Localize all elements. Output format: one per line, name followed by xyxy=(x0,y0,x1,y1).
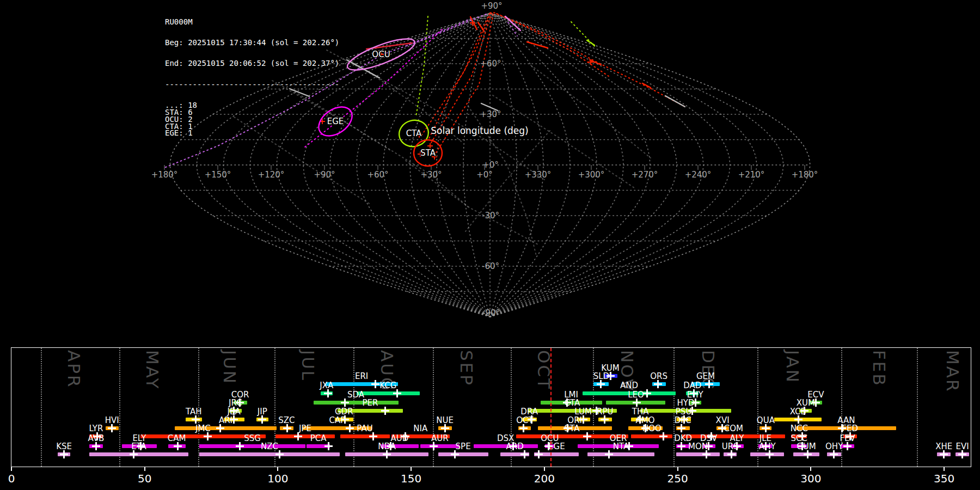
x-tick-100 xyxy=(277,467,278,471)
activity-bar-NZC xyxy=(199,452,340,456)
meteor-segment xyxy=(290,89,309,96)
month-label-MAR: MAR xyxy=(943,350,963,393)
activity-label-PAU: PAU xyxy=(343,424,387,433)
ra-axis-label: +210° xyxy=(738,170,765,180)
peak-marker-PAU xyxy=(369,432,377,440)
ra-axis-label: +270° xyxy=(632,170,658,180)
meteor-trail-dotted xyxy=(493,95,634,188)
north-pole-label: +90° xyxy=(481,1,502,11)
peak-marker-ETA xyxy=(130,450,138,458)
ra-axis-label: +240° xyxy=(685,170,712,180)
shower-ellipse-label-OCU: OCU xyxy=(372,50,390,59)
ra-axis-label: +180° xyxy=(151,170,178,180)
ra-axis-label: +120° xyxy=(258,170,285,180)
peak-marker-NZC xyxy=(275,450,284,458)
peak-marker-GUM xyxy=(804,450,812,458)
peak-marker-AUR xyxy=(430,442,438,450)
meteor-segment xyxy=(527,42,548,48)
month-label-FEB: FEB xyxy=(869,350,889,387)
x-tick-label-50: 50 xyxy=(128,472,161,485)
month-label-APR: APR xyxy=(64,350,84,388)
activity-label-ETA: ETA xyxy=(117,442,161,451)
shower-ellipse-label-EGE: EGE xyxy=(327,117,344,126)
peak-marker-ARD xyxy=(520,450,529,458)
ra-axis-label: +150° xyxy=(205,170,231,180)
ra-axis-label: +330° xyxy=(525,170,552,180)
peak-marker-PCA xyxy=(324,442,333,450)
x-tick-label-250: 250 xyxy=(661,472,694,485)
peak-marker-JMC xyxy=(204,432,212,440)
meteor-segment xyxy=(505,16,520,30)
peak-marker-OHY xyxy=(830,450,838,458)
month-label-JUN: JUN xyxy=(220,350,240,385)
activity-label-COM: COM xyxy=(712,424,755,433)
ra-axis-label: +0° xyxy=(476,170,493,180)
month-divider-APR xyxy=(41,348,42,467)
peak-marker-STA xyxy=(583,432,591,440)
shower-ellipse-label-STA: STA xyxy=(420,148,436,158)
peak-marker-QUA xyxy=(762,424,770,432)
meteor-trail-dotted xyxy=(428,13,491,140)
x-tick-150 xyxy=(411,467,412,471)
peak-marker-NDA xyxy=(383,450,391,458)
peak-marker-EVI xyxy=(958,450,966,458)
ra-axis-label: +180° xyxy=(792,170,818,180)
meteor-trail-dotted xyxy=(404,19,471,47)
x-axis-title: Solar longitude (deg) xyxy=(403,125,556,136)
x-tick-250 xyxy=(677,467,678,471)
peak-marker-LEO xyxy=(633,399,641,407)
dec-axis-label: +30° xyxy=(480,109,501,119)
meteor-station-summary-screen: RU000M Beg: 20251015 17:30:44 (sol = 202… xyxy=(0,0,980,490)
ra-axis-label: +300° xyxy=(578,170,605,180)
activity-label-NZC: NZC xyxy=(248,442,291,451)
activity-label-PCA: PCA xyxy=(297,434,340,443)
peak-marker-DPC xyxy=(677,424,685,432)
peak-marker-OCT xyxy=(519,424,528,432)
activity-bar-SPE xyxy=(438,452,488,456)
peak-marker-PER xyxy=(381,407,389,415)
meteor-segment xyxy=(665,96,685,107)
x-tick-350 xyxy=(944,467,945,471)
activity-label-ARD: ARD xyxy=(493,442,537,451)
month-divider-MAR xyxy=(917,348,918,467)
grid-meridian xyxy=(490,13,783,317)
peak-marker-NTA xyxy=(605,450,613,458)
activity-bar-MON xyxy=(676,452,720,456)
grid-meridian xyxy=(197,13,490,317)
month-label-JUL: JUL xyxy=(298,350,318,382)
peak-marker-JXA xyxy=(324,389,332,397)
peak-marker-MON xyxy=(702,450,710,458)
south-pole-label: -90° xyxy=(482,308,500,318)
peak-marker-AHY xyxy=(765,450,774,458)
grid-meridian xyxy=(490,13,677,317)
peak-marker-SLD xyxy=(597,380,605,388)
radiant-sky-map: +180°+150°+120°+90°+60°+30°+0°+330°+300°… xyxy=(0,0,980,346)
dec-axis-label: -30° xyxy=(482,211,499,220)
dec-axis-label: +60° xyxy=(480,59,501,69)
peak-marker-SSG xyxy=(236,442,244,450)
peak-marker-XHE xyxy=(940,450,948,458)
peak-marker-XCB xyxy=(794,415,803,424)
peak-marker-KCG xyxy=(393,389,401,397)
x-tick-200 xyxy=(544,467,545,471)
meteor-segment xyxy=(478,22,484,31)
x-tick-50 xyxy=(144,467,145,471)
activity-label-JMC: JMC xyxy=(181,424,225,433)
meteor-trail-dotted xyxy=(234,117,370,204)
activity-label-SPE: SPE xyxy=(442,442,485,451)
meteor-trail-dotted xyxy=(465,131,550,231)
peak-marker-TAH xyxy=(192,415,200,424)
activity-label-JPE: JPE xyxy=(283,424,327,433)
x-tick-label-350: 350 xyxy=(928,472,960,485)
current-sol-line xyxy=(550,348,552,467)
activity-bar-ETA xyxy=(89,452,188,456)
peak-marker-AVB xyxy=(92,442,100,450)
peak-marker-KSE xyxy=(60,450,68,458)
peak-marker-EGE xyxy=(535,450,543,458)
peak-marker-NUE xyxy=(441,424,449,432)
peak-marker-ORS xyxy=(654,380,662,388)
x-tick-300 xyxy=(810,467,811,471)
peak-marker-URS xyxy=(727,450,736,458)
grid-meridian xyxy=(303,13,490,317)
dec-axis-label: +0° xyxy=(482,160,499,170)
